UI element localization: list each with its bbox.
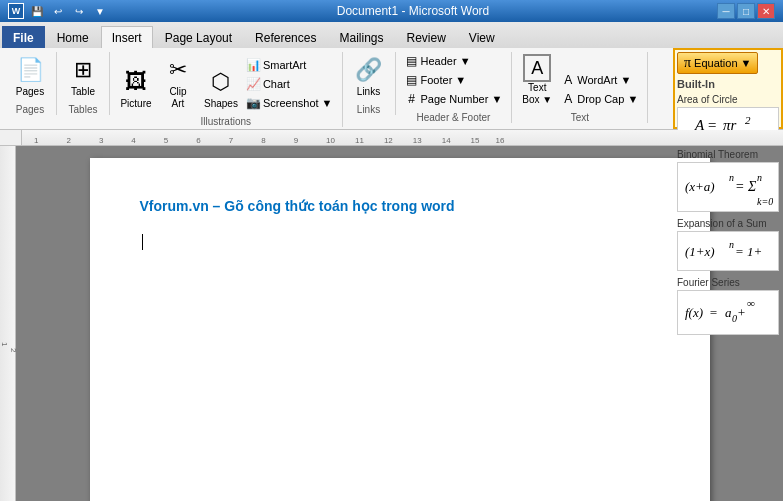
group-header-footer: ▤ Header ▼ ▤ Footer ▼ # Page Number ▼ He…	[396, 52, 513, 123]
header-footer-items: ▤ Header ▼ ▤ Footer ▼ # Page Number ▼	[402, 52, 506, 108]
svg-text:a: a	[725, 305, 732, 320]
svg-text:2: 2	[745, 114, 751, 126]
minimize-btn[interactable]: ─	[717, 3, 735, 19]
equation-item-expansion[interactable]: Expansion of a Sum (1+x) n = 1+	[677, 218, 779, 271]
expansion-title: Expansion of a Sum	[677, 218, 779, 229]
text-cursor	[142, 234, 143, 250]
save-qat-btn[interactable]: 💾	[28, 3, 46, 19]
links-icon: 🔗	[353, 54, 385, 86]
word-icon: W	[8, 3, 24, 19]
ribbon-tabs: File Home Insert Page Layout References …	[0, 22, 783, 48]
fourier-formula[interactable]: f(x) = a 0 + ∞	[677, 290, 779, 335]
tab-insert[interactable]: Insert	[101, 26, 153, 48]
chart-label: Chart	[263, 78, 290, 90]
customize-qat-btn[interactable]: ▼	[91, 3, 109, 19]
svg-text:k=0: k=0	[757, 196, 773, 207]
dropcap-label: Drop Cap ▼	[577, 93, 638, 105]
shapes-button[interactable]: ⬡ Shapes	[200, 64, 242, 112]
document-text: Vforum.vn – Gõ công thức toán học trong …	[140, 198, 660, 214]
table-icon: ⊞	[67, 54, 99, 86]
pages-icon: 📄	[14, 54, 46, 86]
tab-home[interactable]: Home	[46, 26, 100, 48]
svg-text:+: +	[737, 305, 746, 320]
smartart-label: SmartArt	[263, 59, 306, 71]
group-tables: ⊞ Table Tables	[57, 52, 110, 115]
title-bar-left: W 💾 ↩ ↪ ▼	[8, 3, 109, 19]
tab-view[interactable]: View	[458, 26, 506, 48]
close-btn[interactable]: ✕	[757, 3, 775, 19]
svg-text:(x+a): (x+a)	[685, 179, 715, 194]
tab-review[interactable]: Review	[395, 26, 456, 48]
svg-text:∞: ∞	[747, 297, 755, 309]
horizontal-ruler: 1 2 3 4 5 6 7 8 9 10 11 12 13 14 15 16	[22, 130, 783, 146]
clipart-button[interactable]: ✂ ClipArt	[158, 52, 198, 112]
undo-qat-btn[interactable]: ↩	[49, 3, 67, 19]
equation-dropdown-icon: ▼	[741, 57, 752, 69]
wordart-label: WordArt ▼	[577, 74, 631, 86]
maximize-btn[interactable]: □	[737, 3, 755, 19]
tables-group-label: Tables	[69, 104, 98, 115]
pages-items: 📄 Pages	[10, 52, 50, 100]
title-bar: W 💾 ↩ ↪ ▼ Document1 - Microsoft Word ─ □…	[0, 0, 783, 22]
svg-text:= Σ: = Σ	[735, 179, 757, 194]
smartart-button[interactable]: 📊 SmartArt	[244, 56, 336, 74]
quick-access-toolbar: 💾 ↩ ↪ ▼	[28, 3, 109, 19]
text-col: A WordArt ▼ A Drop Cap ▼	[558, 71, 641, 108]
tables-items: ⊞ Table	[63, 52, 103, 100]
links-group-label: Links	[357, 104, 380, 115]
expansion-formula[interactable]: (1+x) n = 1+	[677, 231, 779, 271]
fourier-title: Fourier Series	[677, 277, 779, 288]
equation-btn-label: Equation	[694, 57, 737, 69]
vertical-ruler: 1 2 3 4	[0, 146, 16, 501]
equation-button[interactable]: π Equation ▼	[677, 52, 758, 74]
wordart-button[interactable]: A WordArt ▼	[558, 71, 641, 89]
links-button[interactable]: 🔗 Links	[349, 52, 389, 100]
group-text: A TextBox ▼ A WordArt ▼ A Drop Cap ▼ Tex…	[512, 52, 648, 123]
tab-page-layout[interactable]: Page Layout	[154, 26, 243, 48]
footer-label: Footer ▼	[421, 74, 467, 86]
picture-button[interactable]: 🖼 Picture	[116, 64, 156, 112]
tab-mailings[interactable]: Mailings	[328, 26, 394, 48]
page-number-button[interactable]: # Page Number ▼	[402, 90, 506, 108]
svg-text:= 1+: = 1+	[735, 244, 762, 259]
ruler-marks: 1 2 3 4 5 6 7 8 9 10 11 12 13 14 15 16	[22, 130, 783, 145]
textbox-label: TextBox ▼	[522, 82, 552, 106]
tab-file[interactable]: File	[2, 26, 45, 48]
smartart-icon: 📊	[247, 58, 261, 72]
app-title: Document1 - Microsoft Word	[337, 4, 490, 18]
svg-text:n: n	[729, 172, 734, 183]
chart-button[interactable]: 📈 Chart	[244, 75, 336, 93]
ruler-corner	[0, 130, 22, 146]
header-button[interactable]: ▤ Header ▼	[402, 52, 506, 70]
pages-button[interactable]: 📄 Pages	[10, 52, 50, 100]
redo-qat-btn[interactable]: ↪	[70, 3, 88, 19]
tab-references[interactable]: References	[244, 26, 327, 48]
footer-button[interactable]: ▤ Footer ▼	[402, 71, 506, 89]
equation-panel-header: π Equation ▼	[677, 52, 779, 74]
screenshot-icon: 📷	[247, 96, 261, 110]
text-items: A TextBox ▼ A WordArt ▼ A Drop Cap ▼	[518, 52, 641, 108]
table-button[interactable]: ⊞ Table	[63, 52, 103, 100]
links-items: 🔗 Links	[349, 52, 389, 100]
dropcap-button[interactable]: A Drop Cap ▼	[558, 90, 641, 108]
header-footer-group-label: Header & Footer	[416, 112, 490, 123]
wordart-icon: A	[561, 73, 575, 87]
header-icon: ▤	[405, 54, 419, 68]
window-controls: ─ □ ✕	[717, 3, 775, 19]
ribbon-content: 📄 Pages Pages ⊞ Table Tables 🖼 Picture	[0, 48, 783, 129]
picture-label: Picture	[120, 98, 151, 110]
screenshot-button[interactable]: 📷 Screenshot ▼	[244, 94, 336, 112]
equation-item-fourier[interactable]: Fourier Series f(x) = a 0 + ∞	[677, 277, 779, 335]
area-circle-title: Area of Circle	[677, 94, 779, 105]
document-page: Vforum.vn – Gõ công thức toán học trong …	[90, 158, 710, 501]
svg-text:(1+x): (1+x)	[685, 244, 715, 259]
svg-text:n: n	[729, 239, 734, 250]
binomial-formula[interactable]: (x+a) n = Σ n k=0	[677, 162, 779, 212]
textbox-button[interactable]: A TextBox ▼	[518, 52, 556, 108]
document-area[interactable]: Vforum.vn – Gõ công thức toán học trong …	[16, 146, 783, 501]
links-label: Links	[357, 86, 380, 98]
text-group-label: Text	[571, 112, 589, 123]
hf-col: ▤ Header ▼ ▤ Footer ▼ # Page Number ▼	[402, 52, 506, 108]
main-area: 1 2 3 4 Vforum.vn – Gõ công thức toán họ…	[0, 146, 783, 501]
equation-item-binomial[interactable]: Binomial Theorem (x+a) n = Σ n k=0	[677, 149, 779, 212]
